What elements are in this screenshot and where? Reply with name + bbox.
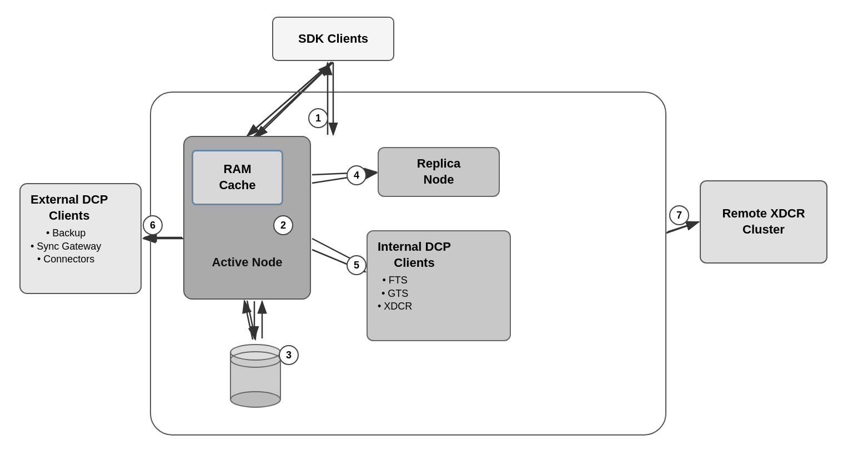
sdk-clients-label: SDK Clients xyxy=(298,31,368,47)
replica-node-box: Replica Node xyxy=(378,147,500,197)
circle-3: 3 xyxy=(279,345,299,365)
active-node-label: Active Node xyxy=(183,255,311,270)
circle-1: 1 xyxy=(308,108,328,128)
external-dcp-title: External DCP Clients xyxy=(31,192,108,224)
internal-dcp-item-3: XDCR xyxy=(378,300,412,313)
remote-xdcr-box: Remote XDCR Cluster xyxy=(700,180,827,264)
cache-label: Cache xyxy=(219,178,255,194)
external-dcp-box: External DCP Clients Backup Sync Gateway… xyxy=(19,183,142,294)
svg-point-14 xyxy=(230,392,280,407)
remote-xdcr-label2: Cluster xyxy=(742,222,785,238)
circle-4: 4 xyxy=(347,165,367,185)
internal-dcp-item-2: GTS xyxy=(378,287,412,300)
sdk-clients-box: SDK Clients xyxy=(272,17,394,61)
ram-cache-box: RAM Cache xyxy=(192,150,283,205)
diagram-container: SDK Clients RAM Cache Active Node Replic… xyxy=(0,0,868,476)
external-dcp-item-1: Backup xyxy=(31,227,101,240)
internal-dcp-list: FTS GTS XDCR xyxy=(378,274,412,313)
circle-5: 5 xyxy=(347,255,367,275)
internal-dcp-box: Internal DCP Clients FTS GTS XDCR xyxy=(367,230,511,341)
circle-7: 7 xyxy=(669,205,689,225)
circle-6: 6 xyxy=(143,215,163,235)
replica-label2: Node xyxy=(424,172,454,188)
internal-dcp-item-1: FTS xyxy=(378,274,412,287)
external-dcp-item-2: Sync Gateway xyxy=(31,240,101,253)
external-dcp-item-3: Connectors xyxy=(31,253,101,266)
external-dcp-list: Backup Sync Gateway Connectors xyxy=(31,227,101,266)
remote-xdcr-label1: Remote XDCR xyxy=(722,206,805,222)
replica-label1: Replica xyxy=(417,156,460,172)
ram-label: RAM xyxy=(223,161,251,178)
circle-2: 2 xyxy=(273,215,293,235)
internal-dcp-title: Internal DCP Clients xyxy=(378,239,451,271)
database-cylinder xyxy=(222,338,289,411)
